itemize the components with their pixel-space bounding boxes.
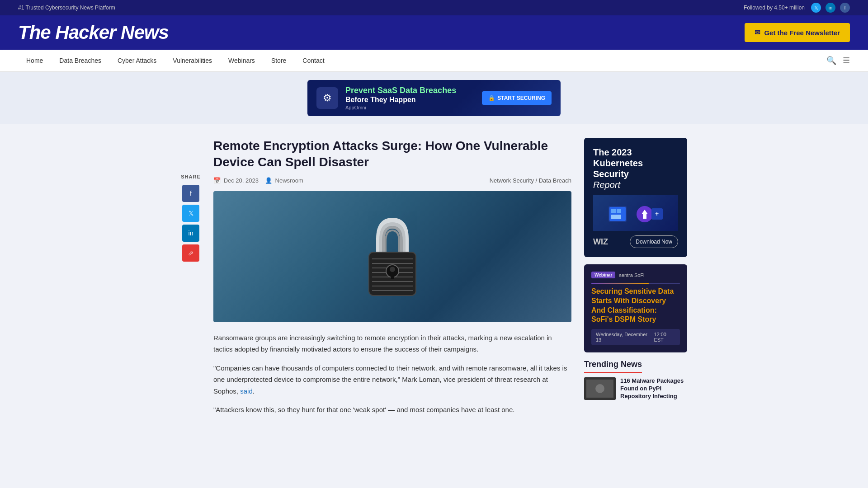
ad-headline: Prevent SaaS Data Breaches bbox=[345, 86, 475, 96]
social-links: 𝕏 in f bbox=[811, 3, 850, 13]
sentra-ad-banner: Webinar sentra SoFi Securing Sensitive D… bbox=[584, 264, 687, 352]
tagline: #1 Trusted Cybersecurity News Platform bbox=[18, 5, 115, 11]
nav-store[interactable]: Store bbox=[263, 50, 294, 71]
nav-data-breaches[interactable]: Data Breaches bbox=[51, 50, 109, 71]
sidebar-right: The 2023 Kubernetes Security Report bbox=[584, 138, 687, 423]
svg-rect-13 bbox=[611, 209, 616, 213]
article-hero-image bbox=[213, 191, 571, 322]
appomni-logo: ⚙ bbox=[316, 87, 338, 109]
article-body: Ransomware groups are increasingly switc… bbox=[213, 332, 571, 416]
ad-cta-label: START SECURING bbox=[497, 95, 545, 101]
ad-cta-button[interactable]: 🔒 START SECURING bbox=[482, 91, 552, 105]
ad-banner-section: ⚙ Prevent SaaS Data Breaches Before They… bbox=[0, 72, 868, 124]
svg-rect-15 bbox=[611, 215, 621, 219]
newsletter-label: Get the Free Newsletter bbox=[764, 29, 840, 37]
linkedin-icon[interactable]: in bbox=[826, 3, 835, 13]
wiz-illustration: + bbox=[593, 195, 678, 231]
share-linkedin-button[interactable]: in bbox=[182, 225, 199, 242]
user-icon: 👤 bbox=[265, 177, 272, 184]
site-title[interactable]: The Hacker News bbox=[18, 22, 169, 43]
wiz-bottom: WIZ Download Now bbox=[593, 235, 678, 248]
article-meta: 📅 Dec 20, 2023 👤 Newsroom Network Securi… bbox=[213, 177, 571, 184]
calendar-icon: 📅 bbox=[213, 177, 221, 184]
progress-fill bbox=[591, 283, 649, 284]
share-sidebar: SHARE f 𝕏 in ⇗ bbox=[181, 138, 201, 423]
nav-webinars[interactable]: Webinars bbox=[220, 50, 263, 71]
lock-icon: 🔒 bbox=[488, 95, 495, 101]
lock-illustration bbox=[356, 211, 429, 302]
nav-icons: 🔍 ☰ bbox=[826, 56, 850, 66]
sentra-time: 12:00 EST bbox=[654, 332, 675, 343]
top-bar-right: Followed by 4.50+ million 𝕏 in f bbox=[744, 3, 850, 13]
svg-point-10 bbox=[390, 267, 395, 272]
share-facebook-button[interactable]: f bbox=[182, 185, 199, 202]
svg-rect-14 bbox=[617, 209, 621, 213]
svg-point-21 bbox=[595, 384, 604, 393]
wiz-ad-title: The 2023 Kubernetes Security Report bbox=[593, 147, 678, 190]
webinar-badge: Webinar bbox=[591, 272, 615, 278]
ad-text: Prevent SaaS Data Breaches Before They H… bbox=[345, 86, 475, 110]
content-area: SHARE f 𝕏 in ⇗ Remote Encryption Attacks… bbox=[172, 124, 696, 436]
article-para-1: Ransomware groups are increasingly switc… bbox=[213, 332, 571, 355]
sentra-date: Wednesday, December 13 bbox=[596, 332, 649, 343]
wiz-ad-banner: The 2023 Kubernetes Security Report bbox=[584, 138, 687, 257]
article-meta-left: 📅 Dec 20, 2023 👤 Newsroom bbox=[213, 177, 303, 184]
nav-contact[interactable]: Contact bbox=[294, 50, 332, 71]
main-nav: Home Data Breaches Cyber Attacks Vulnera… bbox=[0, 50, 868, 72]
article-tags: Network Security / Data Breach bbox=[490, 177, 571, 184]
sentra-ad-content: Webinar sentra SoFi Securing Sensitive D… bbox=[584, 264, 687, 352]
sentra-event-info: Wednesday, December 13 12:00 EST bbox=[591, 329, 680, 345]
ad-banner: ⚙ Prevent SaaS Data Breaches Before They… bbox=[307, 80, 561, 116]
appomni-label: AppOmni bbox=[345, 105, 475, 110]
trending-item: 116 Malware Packages Found on PyPI Repos… bbox=[584, 377, 687, 400]
share-label: SHARE bbox=[181, 174, 201, 179]
said-link[interactable]: said bbox=[240, 387, 253, 395]
menu-icon[interactable]: ☰ bbox=[843, 56, 850, 66]
sentra-title: Securing Sensitive Data Starts With Disc… bbox=[591, 287, 680, 324]
ad-saas: SaaS Data Breaches bbox=[377, 86, 456, 95]
envelope-icon: ✉ bbox=[755, 28, 760, 37]
article-title: Remote Encryption Attacks Surge: How One… bbox=[213, 138, 571, 171]
wiz-illustration-svg: + bbox=[599, 197, 672, 229]
trending-text: 116 Malware Packages Found on PyPI Repos… bbox=[620, 377, 687, 400]
search-icon[interactable]: 🔍 bbox=[826, 56, 836, 66]
top-bar: #1 Trusted Cybersecurity News Platform F… bbox=[0, 0, 868, 15]
twitter-icon[interactable]: 𝕏 bbox=[811, 3, 821, 13]
article-author: 👤 Newsroom bbox=[265, 177, 303, 184]
nav-cyber-attacks[interactable]: Cyber Attacks bbox=[109, 50, 165, 71]
share-other-button[interactable]: ⇗ bbox=[182, 244, 199, 262]
progress-bar bbox=[591, 283, 680, 284]
facebook-icon[interactable]: f bbox=[840, 3, 850, 13]
article-para-3: "Attackers know this, so they hunt for t… bbox=[213, 404, 571, 416]
sentra-top: Webinar sentra SoFi bbox=[591, 272, 680, 278]
sentra-logos: sentra SoFi bbox=[619, 272, 644, 278]
nav-home[interactable]: Home bbox=[18, 50, 51, 71]
wiz-logo: WIZ bbox=[593, 237, 608, 247]
article-main: Remote Encryption Attacks Surge: How One… bbox=[213, 138, 571, 423]
trending-thumb-svg bbox=[584, 377, 616, 400]
header: The Hacker News ✉ Get the Free Newslette… bbox=[0, 15, 868, 50]
article-date: 📅 Dec 20, 2023 bbox=[213, 177, 259, 184]
svg-text:+: + bbox=[655, 210, 659, 217]
share-twitter-button[interactable]: 𝕏 bbox=[182, 205, 199, 222]
newsletter-button[interactable]: ✉ Get the Free Newsletter bbox=[745, 23, 850, 42]
nav-vulnerabilities[interactable]: Vulnerabilities bbox=[165, 50, 220, 71]
ad-prevent: Prevent bbox=[345, 86, 377, 95]
wiz-download-button[interactable]: Download Now bbox=[630, 235, 678, 248]
trending-thumb bbox=[584, 377, 616, 400]
trending-section: Trending News 116 Malware Packages Found… bbox=[584, 360, 687, 406]
ad-subheadline: Before They Happen bbox=[345, 96, 475, 104]
wiz-ad-content: The 2023 Kubernetes Security Report bbox=[584, 138, 687, 257]
nav-links: Home Data Breaches Cyber Attacks Vulnera… bbox=[18, 50, 333, 71]
article-para-2: "Companies can have thousands of compute… bbox=[213, 362, 571, 397]
trending-title: Trending News bbox=[584, 360, 642, 373]
followers-text: Followed by 4.50+ million bbox=[744, 5, 805, 11]
